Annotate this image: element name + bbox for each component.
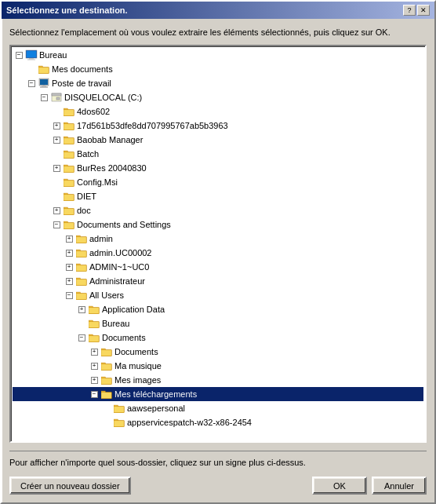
svg-rect-56 xyxy=(76,294,86,300)
computer-icon xyxy=(38,77,50,89)
help-button[interactable]: ? xyxy=(403,5,416,16)
svg-rect-17 xyxy=(64,110,74,116)
close-button[interactable]: ✕ xyxy=(417,5,430,16)
svg-rect-2 xyxy=(29,58,34,60)
tree-item-appservicespatch[interactable]: appservicespatch-w32-x86-2454 xyxy=(13,415,423,429)
tree-item-label: admin xyxy=(89,234,113,243)
expander-ma-musique[interactable]: + xyxy=(88,360,100,372)
folder-icon xyxy=(113,416,125,429)
expander-mes-images[interactable]: + xyxy=(88,374,100,386)
svg-rect-71 xyxy=(101,364,111,371)
folder-icon xyxy=(75,232,88,245)
tree-item-label: Administrateur xyxy=(89,276,145,286)
tree-item-label: Mes images xyxy=(114,375,161,385)
tree-item-mes-images[interactable]: + Mes images xyxy=(13,373,423,387)
tree-item-disquelocal[interactable]: − DISQUELOCAL (C:) xyxy=(13,90,423,104)
svg-rect-53 xyxy=(76,279,86,286)
tree-item-bureau[interactable]: − Bureau xyxy=(13,48,423,62)
tree-item-config-msi[interactable]: Config.Msi xyxy=(13,175,423,189)
svg-rect-38 xyxy=(64,209,74,215)
tree-item-label: Baobab Manager xyxy=(77,135,143,144)
svg-point-11 xyxy=(44,85,45,86)
tree-item-label: All Users xyxy=(89,290,124,300)
tree-item-documents-settings[interactable]: − Documents and Settings xyxy=(13,217,423,232)
tree-item-label: Mes documents xyxy=(52,64,113,74)
expander-admin-uc00002[interactable]: + xyxy=(63,247,75,259)
tree-item-label: 17d561b53dfe8dd707995767ab5b3963 xyxy=(77,121,228,130)
expander-documents-settings[interactable]: − xyxy=(50,218,63,231)
svg-rect-13 xyxy=(52,93,61,96)
svg-rect-23 xyxy=(64,138,74,144)
dialog: Sélectionnez une destination. ? ✕ Sélect… xyxy=(0,0,436,504)
svg-rect-9 xyxy=(42,86,46,87)
svg-rect-68 xyxy=(101,350,111,356)
tree-item-mes-telechargements[interactable]: − Mes téléchargements xyxy=(13,387,423,401)
tree-item-admin-uc00002[interactable]: + admin.UC00002 xyxy=(13,246,423,260)
expander-doc[interactable]: + xyxy=(50,204,63,217)
expander-documents[interactable]: − xyxy=(75,331,88,344)
expander-disquelocal[interactable]: − xyxy=(38,91,50,104)
tree-item-batch[interactable]: Batch xyxy=(13,147,423,161)
expander-administrateur[interactable]: + xyxy=(63,275,75,287)
tree-item-17d561b[interactable]: + 17d561b53dfe8dd707995767ab5b3963 xyxy=(13,119,423,133)
expander-17d561b[interactable]: + xyxy=(50,119,63,132)
expander-burres[interactable]: + xyxy=(50,162,63,174)
expander-all-users[interactable]: − xyxy=(63,289,75,301)
expander-poste-travail[interactable]: − xyxy=(25,77,38,89)
expander-admin[interactable]: + xyxy=(63,232,75,245)
tree-item-admin1uc0[interactable]: + ADMIN~1~UC0 xyxy=(13,260,423,274)
tree-item-documents2[interactable]: + Documents xyxy=(13,345,423,359)
tree-item-ma-musique[interactable]: + Ma musique xyxy=(13,359,423,373)
folder-icon xyxy=(100,360,113,372)
spacer-bureau2 xyxy=(75,317,88,330)
tree-item-4dos602[interactable]: 4dos602 xyxy=(13,104,423,119)
bottom-hint: Pour afficher n'importe quel sous-dossie… xyxy=(9,451,427,467)
new-folder-button[interactable]: Créer un nouveau dossier xyxy=(9,477,131,495)
svg-rect-1 xyxy=(27,51,36,57)
tree-item-label: BurRes 20040830 xyxy=(77,163,147,173)
folder-icon xyxy=(88,303,100,316)
svg-rect-14 xyxy=(56,97,60,100)
folder-icon xyxy=(88,317,100,330)
expander-application-data[interactable]: + xyxy=(75,303,88,316)
folder-icon xyxy=(88,331,100,344)
expander-documents2[interactable]: + xyxy=(88,345,100,358)
svg-rect-62 xyxy=(89,322,99,328)
tree-item-label: aawsepersonal xyxy=(127,404,185,413)
expander-mes-telechargements[interactable]: − xyxy=(88,388,100,400)
folder-icon xyxy=(100,374,113,386)
folder-icon xyxy=(63,119,75,132)
tree-item-application-data[interactable]: + Application Data xyxy=(13,302,423,316)
tree-item-all-users[interactable]: − All Users xyxy=(13,288,423,302)
svg-rect-80 xyxy=(114,407,124,413)
tree-view[interactable]: − Bureau Mes documents− Poste de travail… xyxy=(9,45,427,443)
expander-admin1uc0[interactable]: + xyxy=(63,261,75,273)
tree-item-burres[interactable]: + BurRes 20040830 xyxy=(13,161,423,175)
tree-item-mes-documents[interactable]: Mes documents xyxy=(13,62,423,76)
tree-item-label: doc xyxy=(77,206,91,215)
tree-item-aawsepersonal[interactable]: aawsepersonal xyxy=(13,401,423,415)
tree-item-label: Ma musique xyxy=(114,361,162,371)
folder-icon xyxy=(63,148,75,160)
disk-icon xyxy=(50,91,63,104)
tree-item-administrateur[interactable]: + Administrateur xyxy=(13,274,423,288)
instruction-text: Sélectionnez l'emplacement où vous voule… xyxy=(9,27,427,38)
expander-baobab[interactable]: + xyxy=(50,133,63,146)
tree-item-baobab[interactable]: + Baobab Manager xyxy=(13,133,423,147)
tree-item-diet[interactable]: DIET xyxy=(13,189,423,203)
svg-rect-74 xyxy=(101,378,111,385)
tree-item-poste-travail[interactable]: − Poste de travail xyxy=(13,76,423,90)
folder-icon xyxy=(100,388,113,400)
expander-bureau[interactable]: − xyxy=(13,49,25,61)
svg-rect-32 xyxy=(64,181,74,187)
svg-rect-8 xyxy=(40,79,48,85)
ok-button[interactable]: OK xyxy=(312,477,367,495)
tree-item-admin[interactable]: + admin xyxy=(13,232,423,246)
folder-icon xyxy=(63,218,75,231)
tree-item-bureau2[interactable]: Bureau xyxy=(13,316,423,331)
tree-item-documents[interactable]: − Documents xyxy=(13,331,423,345)
cancel-button[interactable]: Annuler xyxy=(372,477,427,495)
tree-item-doc[interactable]: + doc xyxy=(13,203,423,217)
folder-icon xyxy=(75,247,88,259)
folder-icon xyxy=(63,204,75,217)
